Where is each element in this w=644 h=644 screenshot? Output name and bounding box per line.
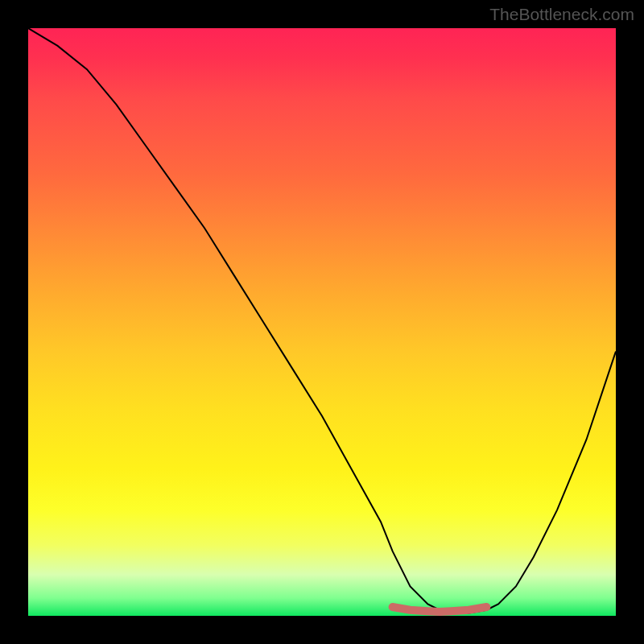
- plot-area: [28, 28, 616, 616]
- watermark-text: TheBottleneck.com: [489, 5, 634, 24]
- min-marker-line: [393, 607, 487, 612]
- chart-svg: [28, 28, 616, 616]
- bottleneck-curve-line: [28, 28, 616, 613]
